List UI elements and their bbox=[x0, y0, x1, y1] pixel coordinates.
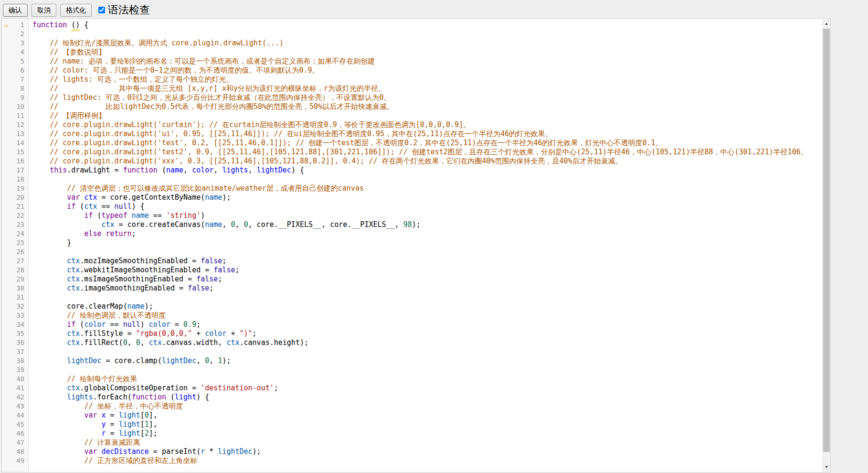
code-line-text[interactable]: function () { bbox=[29, 21, 822, 30]
code-line-text[interactable]: if (color == null) color = 0.9; bbox=[29, 320, 822, 329]
code-line: 32 core.clearMap(name); bbox=[2, 302, 822, 311]
code-line-text[interactable]: ​ bbox=[29, 347, 822, 356]
code-line: 49 // 正方形区域的直径和左上角坐标 bbox=[2, 456, 822, 465]
code-line-text[interactable]: ctx.fillRect(0, 0, ctx.canvas.width, ctx… bbox=[29, 338, 822, 347]
code-line-text[interactable]: ctx.globalCompositeOperation = 'destinat… bbox=[29, 384, 822, 393]
line-number: 8 bbox=[2, 84, 29, 93]
code-line-text[interactable]: // core.plugin.drawLight('xxx', 0.3, [[2… bbox=[29, 157, 822, 166]
line-number: 9 bbox=[2, 93, 29, 102]
syntax-check-checkbox[interactable] bbox=[98, 7, 105, 13]
editor-vertical-scrollbar[interactable]: ▲ ▼ bbox=[822, 19, 830, 472]
code-line-text[interactable]: // 比如lightDec为0.5代表，每个灯光部分内圈50%的范围全亮，50%… bbox=[29, 102, 822, 111]
code-line: 20 var ctx = core.getContextByName(name)… bbox=[2, 193, 822, 202]
code-line-text[interactable]: ​ bbox=[29, 293, 822, 302]
code-line-text[interactable]: } bbox=[29, 238, 822, 247]
line-number: 43 bbox=[2, 402, 29, 411]
code-line: 45 y = light[1], bbox=[2, 420, 822, 429]
code-line-text[interactable]: var x = light[0], bbox=[29, 411, 822, 420]
code-line-text[interactable]: // 绘制灯光/漆黑层效果。调用方式 core.plugin.drawLight… bbox=[29, 39, 822, 48]
code-line-text[interactable]: // 其中每一项是三元组 [x,y,r] x和y分别为该灯光的横纵坐标，r为该灯… bbox=[29, 84, 822, 93]
code-line: 30 ctx.imageSmoothingEnabled = false; bbox=[2, 284, 822, 293]
code-line-text[interactable]: // 绘制色调层，默认不透明度 bbox=[29, 311, 822, 320]
code-line-text[interactable]: ​ bbox=[29, 247, 822, 257]
code-line: 47 // 计算衰减距离 bbox=[2, 438, 822, 447]
code-line: 48 var decDistance = parseInt(r * lightD… bbox=[2, 447, 822, 456]
line-number: 45 bbox=[2, 420, 29, 429]
cancel-button[interactable]: 取消 bbox=[32, 4, 56, 17]
line-number: 46 bbox=[2, 429, 29, 438]
code-line-text[interactable]: // core.plugin.drawLight('test', 0.2, [[… bbox=[29, 139, 822, 148]
code-line-text[interactable]: // 【参数说明】 bbox=[29, 48, 822, 57]
code-line-text[interactable]: // core.plugin.drawLight('ui', 0.95, [[2… bbox=[29, 129, 822, 139]
code-line-text[interactable]: ​ bbox=[29, 366, 822, 375]
line-number: 23 bbox=[2, 220, 29, 229]
scroll-down-button[interactable]: ▼ bbox=[823, 463, 830, 471]
code-line-text[interactable]: ​ bbox=[29, 30, 822, 39]
code-line: 27 ctx.mozImageSmoothingEnabled = false; bbox=[2, 257, 822, 266]
line-number: 14 bbox=[2, 139, 29, 148]
code-line-text[interactable]: // 正方形区域的直径和左上角坐标 bbox=[29, 456, 822, 465]
line-number: 19 bbox=[2, 184, 29, 193]
code-line-text[interactable]: r = light[2]; bbox=[29, 429, 822, 438]
code-line-text[interactable]: y = light[1], bbox=[29, 420, 822, 429]
code-line-text[interactable]: // core.plugin.drawLight('curtain'); // … bbox=[29, 120, 822, 129]
line-number: 3 bbox=[2, 39, 29, 48]
code-line-text[interactable]: ctx.imageSmoothingEnabled = false; bbox=[29, 284, 822, 293]
line-number: 4 bbox=[2, 48, 29, 57]
scroll-up-button[interactable]: ▲ bbox=[823, 20, 830, 28]
line-number: 49 bbox=[2, 456, 29, 465]
code-lines[interactable]: ⚠1function () {2​3 // 绘制灯光/漆黑层效果。调用方式 co… bbox=[2, 19, 822, 472]
code-line-text[interactable]: ctx.msImageSmoothingEnabled = false; bbox=[29, 275, 822, 284]
code-line-text[interactable]: var ctx = core.getContextByName(name); bbox=[29, 193, 822, 202]
confirm-button[interactable]: 确认 bbox=[3, 4, 28, 17]
code-line-text[interactable]: ctx.webkitImageSmoothingEnabled = false; bbox=[29, 266, 822, 275]
code-line-text[interactable]: lightDec = core.clamp(lightDec, 0, 1); bbox=[29, 356, 822, 366]
code-line-text[interactable]: ctx.mozImageSmoothingEnabled = false; bbox=[29, 257, 822, 266]
code-line: 42 lights.forEach(function (light) { bbox=[2, 393, 822, 402]
code-line-text[interactable]: // 计算衰减距离 bbox=[29, 438, 822, 447]
code-line: 22 if (typeof name == 'string') bbox=[2, 211, 822, 220]
line-number: 13 bbox=[2, 129, 29, 139]
line-number: 39 bbox=[2, 366, 29, 375]
code-line: 43 // 坐标，半径，中心不透明度 bbox=[2, 402, 822, 411]
code-line: 28 ctx.webkitImageSmoothingEnabled = fal… bbox=[2, 266, 822, 275]
line-number: 29 bbox=[2, 275, 29, 284]
code-line: 26​ bbox=[2, 247, 822, 257]
format-button[interactable]: 格式化 bbox=[60, 4, 92, 17]
line-number: 37 bbox=[2, 347, 29, 356]
code-line-text[interactable]: // 清空色调层；也可以修改成其它层比如animate/weather层，或者用… bbox=[29, 184, 822, 193]
code-line-text[interactable]: lights.forEach(function (light) { bbox=[29, 393, 822, 402]
code-line: 7 // lights: 可选，一个数组，定义了每个独立的灯光。 bbox=[2, 75, 822, 84]
editor-toolbar: 确认 取消 格式化 语法检查 bbox=[0, 0, 868, 18]
code-editor[interactable]: ⚠1function () {2​3 // 绘制灯光/漆黑层效果。调用方式 co… bbox=[1, 18, 831, 473]
code-line-text[interactable]: if (ctx == null) { bbox=[29, 202, 822, 211]
code-line: 31​ bbox=[2, 293, 822, 302]
code-line-text[interactable]: var decDistance = parseInt(r * lightDec)… bbox=[29, 447, 822, 456]
line-number: 12 bbox=[2, 120, 29, 129]
syntax-check-toggle[interactable]: 语法检查 bbox=[98, 3, 150, 17]
code-line-text[interactable]: // lightDec: 可选，0到1之间，光从多少百分比才开始衰减（在此范围内… bbox=[29, 93, 822, 102]
code-line-text[interactable]: // name: 必填，要绘制到的画布名；可以是一个系统画布，或者是个自定义画布… bbox=[29, 57, 822, 66]
line-number: 32 bbox=[2, 302, 29, 311]
line-number: 34 bbox=[2, 320, 29, 329]
code-line-text[interactable]: // core.plugin.drawLight('test2', 0.9, [… bbox=[29, 148, 822, 157]
line-number: 40 bbox=[2, 375, 29, 384]
code-line-text[interactable]: else return; bbox=[29, 229, 822, 238]
line-number: 31 bbox=[2, 293, 29, 302]
code-line-text[interactable]: ctx = core.createCanvas(name, 0, 0, core… bbox=[29, 220, 822, 229]
code-line-text[interactable]: // lights: 可选，一个数组，定义了每个独立的灯光。 bbox=[29, 75, 822, 84]
code-line-text[interactable]: ctx.fillStyle = "rgba(0,0,0," + color + … bbox=[29, 329, 822, 338]
code-line-text[interactable]: ​ bbox=[29, 175, 822, 184]
code-line-text[interactable]: // 【调用样例】 bbox=[29, 111, 822, 120]
line-number: 7 bbox=[2, 75, 29, 84]
code-line-text[interactable]: this.drawLight = function (name, color, … bbox=[29, 166, 822, 175]
code-line-text[interactable]: if (typeof name == 'string') bbox=[29, 211, 822, 220]
code-line-text[interactable]: // 绘制每个灯光效果 bbox=[29, 375, 822, 384]
code-line: 23 ctx = core.createCanvas(name, 0, 0, c… bbox=[2, 220, 822, 229]
line-number: 11 bbox=[2, 111, 29, 120]
code-line-text[interactable]: // 坐标，半径，中心不透明度 bbox=[29, 402, 822, 411]
code-line: 15 // core.plugin.drawLight('test2', 0.9… bbox=[2, 148, 822, 157]
code-line-text[interactable]: core.clearMap(name); bbox=[29, 302, 822, 311]
code-line-text[interactable]: // color: 可选，只能是一个0~1之间的数，为不透明度的值。不填则默认为… bbox=[29, 66, 822, 75]
scrollbar-thumb[interactable] bbox=[823, 29, 830, 452]
